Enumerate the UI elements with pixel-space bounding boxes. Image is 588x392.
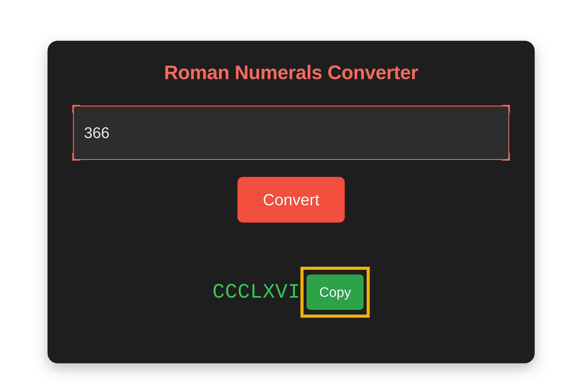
number-input[interactable]	[73, 106, 509, 160]
app-title: Roman Numerals Converter	[164, 61, 418, 84]
converter-card: Roman Numerals Converter Convert CCCLXVI…	[47, 41, 535, 363]
input-wrapper	[73, 106, 509, 160]
copy-button-highlight: Copy	[300, 267, 370, 318]
result-text: CCCLXVI	[212, 281, 300, 304]
copy-button[interactable]: Copy	[307, 274, 364, 310]
convert-button[interactable]: Convert	[237, 177, 345, 222]
result-row: CCCLXVI Copy	[212, 267, 370, 318]
